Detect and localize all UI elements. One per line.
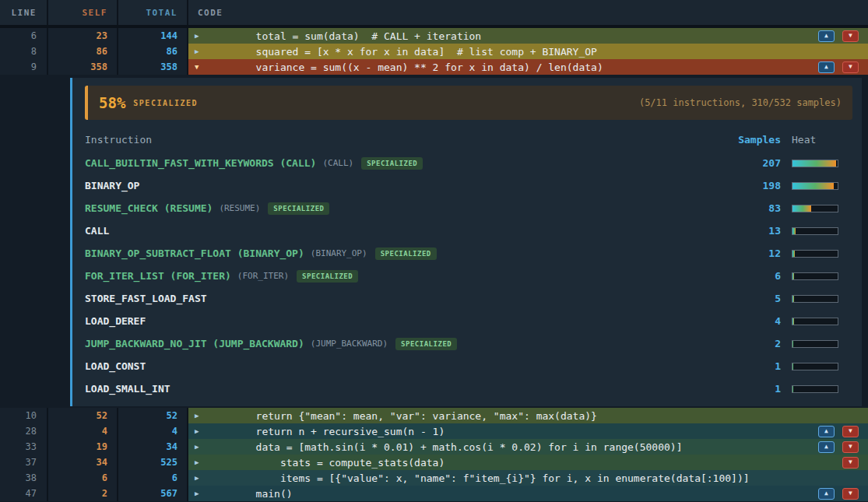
self-samples: 86 (97, 46, 107, 57)
jump-down-button[interactable]: ▼ (842, 30, 859, 42)
instruction-row: LOAD_DEREF 4 (85, 310, 852, 332)
line-number: 9 (31, 61, 37, 72)
specialized-badge: SPECIALIZED (395, 338, 457, 350)
code-rows-bottom: 10 52 52 ▶ return {"mean": mean, "var": … (0, 408, 868, 501)
instruction-row: CALL_BUILTIN_FAST_WITH_KEYWORDS (CALL) (… (85, 152, 852, 174)
instruction-name: FOR_ITER_LIST (FOR_ITER) (85, 270, 231, 282)
source-code: items = [{"value": x, "name": f"item_{i}… (207, 472, 750, 484)
instruction-name: LOAD_DEREF (85, 315, 146, 327)
specialized-badge: SPECIALIZED (268, 202, 329, 215)
heat-bar (792, 318, 838, 325)
row-nav-buttons: ▲ ▼ (818, 30, 868, 42)
row-nav-buttons: ▲ ▼ (818, 488, 868, 500)
instruction-row: JUMP_BACKWARD_NO_JIT (JUMP_BACKWARD) (JU… (85, 332, 852, 355)
jump-up-button[interactable]: ▲ (818, 61, 835, 73)
column-header-line[interactable]: LINE (0, 0, 48, 25)
heat-bar (792, 385, 838, 393)
self-samples: 19 (97, 441, 107, 452)
specialized-badge: SPECIALIZED (361, 157, 423, 170)
code-line-row[interactable]: 9 358 358 ▼ variance = sum((x - mean) **… (0, 59, 868, 75)
instruction-name: CALL_BUILTIN_FAST_WITH_KEYWORDS (CALL) (85, 157, 316, 169)
jump-down-button[interactable]: ▼ (842, 441, 859, 453)
instruction-samples: 207 (726, 157, 781, 169)
expand-toggle-icon[interactable]: ▶ (195, 490, 207, 497)
code-heat-cell: ▼ variance = sum((x - mean) ** 2 for x i… (188, 59, 868, 75)
expand-toggle-icon[interactable]: ▶ (195, 443, 207, 451)
total-samples: 4 (172, 426, 177, 437)
instruction-samples: 1 (726, 360, 781, 372)
code-line-row[interactable]: 6 23 144 ▶ total = sum(data) # CALL + it… (0, 28, 868, 44)
total-samples: 52 (167, 410, 177, 421)
jump-up-button[interactable]: ▲ (818, 30, 835, 42)
source-code: return n + recursive_sum(n - 1) (207, 426, 445, 437)
instruction-row: LOAD_SMALL_INT 1 (85, 377, 852, 400)
instruction-row: LOAD_CONST 1 (85, 355, 852, 377)
instruction-samples: 5 (726, 293, 781, 304)
code-rows-top: 6 23 144 ▶ total = sum(data) # CALL + it… (0, 28, 868, 75)
instruction-base-opcode: (RESUME) (219, 203, 260, 213)
heat-bar-fill (792, 183, 834, 189)
code-line-row[interactable]: 8 86 86 ▶ squared = [x * x for x in data… (0, 44, 868, 59)
code-line-row[interactable]: 33 19 34 ▶ data = [math.sin(i * 0.01) + … (0, 439, 868, 455)
self-samples: 6 (102, 472, 107, 483)
total-samples: 358 (160, 61, 177, 72)
specialization-summary-banner: 58% SPECIALIZED (5/11 instructions, 310/… (85, 86, 852, 120)
instruction-name: JUMP_BACKWARD_NO_JIT (JUMP_BACKWARD) (85, 338, 304, 349)
code-line-row[interactable]: 10 52 52 ▶ return {"mean": mean, "var": … (0, 408, 868, 423)
row-nav-buttons: ▲ ▼ (818, 441, 868, 453)
instruction-row: STORE_FAST_LOAD_FAST 5 (85, 287, 852, 310)
code-heat-cell: ▶ data = [math.sin(i * 0.01) + math.cos(… (188, 439, 868, 455)
instruction-row: RESUME_CHECK (RESUME) (RESUME) SPECIALIZ… (85, 197, 852, 219)
row-nav-buttons: ▼ (842, 457, 868, 469)
self-samples: 2 (102, 488, 107, 499)
expand-toggle-icon[interactable]: ▼ (195, 63, 207, 71)
specialization-panel: 58% SPECIALIZED (5/11 instructions, 310/… (70, 78, 862, 406)
instruction-name: LOAD_CONST (85, 360, 146, 372)
jump-down-button[interactable]: ▼ (842, 61, 859, 73)
heat-bar-fill (792, 228, 796, 234)
jump-up-button[interactable]: ▲ (818, 488, 835, 500)
jump-down-button[interactable]: ▼ (842, 457, 859, 469)
total-samples: 144 (160, 30, 177, 41)
code-line-row[interactable]: 38 6 6 ▶ items = [{"value": x, "name": f… (0, 470, 868, 486)
expand-toggle-icon[interactable]: ▶ (195, 47, 207, 55)
jump-up-button[interactable]: ▲ (818, 426, 835, 437)
instruction-samples: 13 (726, 225, 781, 237)
jump-down-button[interactable]: ▼ (842, 426, 859, 437)
instruction-base-opcode: (BINARY_OP) (311, 248, 367, 258)
heat-bar-fill (792, 341, 793, 347)
instruction-table-header: Instruction Samples Heat (85, 134, 852, 152)
instruction-name: BINARY_OP (85, 180, 139, 191)
expand-toggle-icon[interactable]: ▶ (195, 474, 207, 482)
code-heat-cell: ▶ main() ▲ ▼ (188, 486, 868, 501)
column-header-total[interactable]: TOTAL (118, 0, 188, 25)
instruction-column-header: Instruction (85, 134, 726, 146)
total-samples: 86 (167, 46, 177, 57)
heat-bar-fill (792, 363, 793, 370)
code-line-row[interactable]: 28 4 4 ▶ return n + recursive_sum(n - 1)… (0, 423, 868, 439)
specialized-badge: SPECIALIZED (297, 270, 358, 283)
code-line-row[interactable]: 47 2 567 ▶ main() ▲ ▼ (0, 486, 868, 501)
line-number: 28 (26, 426, 37, 437)
jump-up-button[interactable]: ▲ (818, 441, 835, 453)
expand-toggle-icon[interactable]: ▶ (195, 412, 207, 420)
heat-bar (792, 250, 838, 258)
self-samples: 52 (97, 410, 107, 421)
column-header-row: LINE SELF TOTAL CODE (0, 0, 868, 28)
column-header-self[interactable]: SELF (48, 0, 118, 25)
code-line-row[interactable]: 37 34 525 ▶ stats = compute_stats(data) … (0, 455, 868, 470)
expand-toggle-icon[interactable]: ▶ (195, 427, 207, 435)
code-heat-cell: ▶ items = [{"value": x, "name": f"item_{… (188, 470, 868, 486)
instruction-samples: 1 (726, 383, 781, 395)
row-nav-buttons: ▲ ▼ (818, 426, 868, 437)
heat-bar (792, 272, 838, 280)
instruction-name: CALL (85, 225, 109, 237)
jump-down-button[interactable]: ▼ (842, 488, 859, 500)
samples-column-header[interactable]: Samples (726, 134, 781, 146)
expand-toggle-icon[interactable]: ▶ (195, 32, 207, 40)
column-header-code[interactable]: CODE (188, 0, 868, 25)
expand-toggle-icon[interactable]: ▶ (195, 458, 207, 466)
self-samples: 34 (97, 457, 107, 468)
source-code: data = [math.sin(i * 0.01) + math.cos(i … (207, 441, 682, 453)
heat-bar (792, 205, 838, 212)
